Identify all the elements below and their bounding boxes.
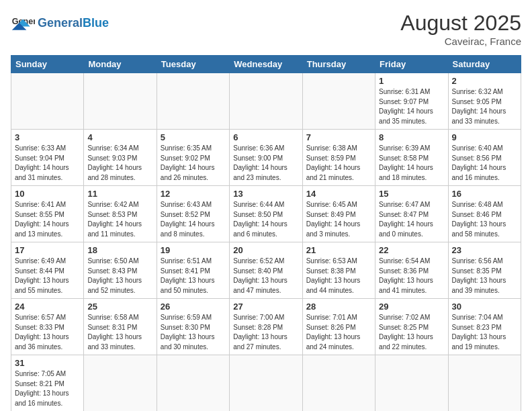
calendar-cell: 19Sunrise: 6:51 AM Sunset: 8:41 PM Dayli… — [157, 242, 229, 299]
header: General GeneralBlue August 2025 Caveirac… — [11, 11, 521, 47]
day-number: 10 — [15, 189, 80, 199]
day-header-thursday: Thursday — [302, 56, 375, 73]
calendar-week-1: 1Sunrise: 6:31 AM Sunset: 9:07 PM Daylig… — [11, 73, 521, 130]
calendar-cell — [448, 355, 521, 412]
day-info: Sunrise: 7:05 AM Sunset: 8:21 PM Dayligh… — [15, 369, 80, 408]
calendar-cell: 12Sunrise: 6:43 AM Sunset: 8:52 PM Dayli… — [157, 186, 229, 242]
logo-icon: General — [11, 11, 35, 35]
logo-text: GeneralBlue — [38, 17, 109, 29]
calendar-week-4: 17Sunrise: 6:49 AM Sunset: 8:44 PM Dayli… — [11, 242, 521, 299]
calendar-cell: 16Sunrise: 6:48 AM Sunset: 8:46 PM Dayli… — [448, 186, 521, 242]
calendar-cell: 8Sunrise: 6:39 AM Sunset: 8:58 PM Daylig… — [375, 130, 448, 186]
calendar-week-3: 10Sunrise: 6:41 AM Sunset: 8:55 PM Dayli… — [11, 186, 521, 242]
calendar-cell — [84, 355, 157, 412]
day-info: Sunrise: 6:52 AM Sunset: 8:40 PM Dayligh… — [233, 257, 298, 295]
day-number: 16 — [452, 189, 517, 199]
day-info: Sunrise: 6:32 AM Sunset: 9:05 PM Dayligh… — [452, 87, 517, 126]
calendar-cell: 20Sunrise: 6:52 AM Sunset: 8:40 PM Dayli… — [230, 242, 302, 299]
day-number: 7 — [306, 132, 371, 142]
calendar-cell: 2Sunrise: 6:32 AM Sunset: 9:05 PM Daylig… — [448, 73, 521, 130]
day-info: Sunrise: 6:40 AM Sunset: 8:56 PM Dayligh… — [452, 144, 517, 183]
day-number: 11 — [87, 189, 152, 199]
calendar-cell: 11Sunrise: 6:42 AM Sunset: 8:53 PM Dayli… — [84, 186, 157, 242]
day-header-sunday: Sunday — [11, 56, 84, 73]
day-number: 24 — [15, 302, 80, 312]
day-info: Sunrise: 6:47 AM Sunset: 8:47 PM Dayligh… — [379, 200, 444, 239]
day-header-monday: Monday — [84, 56, 157, 73]
day-info: Sunrise: 6:45 AM Sunset: 8:49 PM Dayligh… — [306, 200, 371, 239]
day-number: 23 — [452, 245, 517, 255]
calendar-cell: 13Sunrise: 6:44 AM Sunset: 8:50 PM Dayli… — [230, 186, 302, 242]
calendar-cell: 9Sunrise: 6:40 AM Sunset: 8:56 PM Daylig… — [448, 130, 521, 186]
day-info: Sunrise: 6:31 AM Sunset: 9:07 PM Dayligh… — [379, 87, 444, 126]
calendar-cell: 1Sunrise: 6:31 AM Sunset: 9:07 PM Daylig… — [375, 73, 448, 130]
calendar-cell: 7Sunrise: 6:38 AM Sunset: 8:59 PM Daylig… — [302, 130, 375, 186]
day-header-tuesday: Tuesday — [157, 56, 229, 73]
day-number: 25 — [87, 302, 152, 312]
calendar-cell: 23Sunrise: 6:56 AM Sunset: 8:35 PM Dayli… — [448, 242, 521, 299]
calendar-cell: 26Sunrise: 6:59 AM Sunset: 8:30 PM Dayli… — [157, 299, 229, 355]
day-info: Sunrise: 6:36 AM Sunset: 9:00 PM Dayligh… — [233, 144, 298, 183]
day-info: Sunrise: 6:39 AM Sunset: 8:58 PM Dayligh… — [379, 144, 444, 183]
day-number: 1 — [379, 76, 444, 86]
day-number: 12 — [161, 189, 226, 199]
day-info: Sunrise: 6:34 AM Sunset: 9:03 PM Dayligh… — [87, 144, 152, 183]
calendar-cell: 5Sunrise: 6:35 AM Sunset: 9:02 PM Daylig… — [157, 130, 229, 186]
day-number: 20 — [233, 245, 298, 255]
day-header-friday: Friday — [375, 56, 448, 73]
day-number: 22 — [379, 245, 444, 255]
day-number: 28 — [306, 302, 371, 312]
calendar-week-2: 3Sunrise: 6:33 AM Sunset: 9:04 PM Daylig… — [11, 130, 521, 186]
day-info: Sunrise: 6:35 AM Sunset: 9:02 PM Dayligh… — [161, 144, 226, 183]
day-info: Sunrise: 6:56 AM Sunset: 8:35 PM Dayligh… — [452, 257, 517, 295]
calendar-cell: 28Sunrise: 7:01 AM Sunset: 8:26 PM Dayli… — [302, 299, 375, 355]
day-number: 14 — [306, 189, 371, 199]
day-number: 29 — [379, 302, 444, 312]
day-info: Sunrise: 6:38 AM Sunset: 8:59 PM Dayligh… — [306, 144, 371, 183]
day-number: 17 — [15, 245, 80, 255]
calendar-cell: 21Sunrise: 6:53 AM Sunset: 8:38 PM Dayli… — [302, 242, 375, 299]
day-info: Sunrise: 6:49 AM Sunset: 8:44 PM Dayligh… — [15, 257, 80, 295]
day-info: Sunrise: 6:59 AM Sunset: 8:30 PM Dayligh… — [161, 313, 226, 352]
day-info: Sunrise: 7:02 AM Sunset: 8:25 PM Dayligh… — [379, 313, 444, 352]
calendar-cell — [302, 73, 375, 130]
logo: General GeneralBlue — [11, 11, 109, 35]
day-number: 30 — [452, 302, 517, 312]
calendar-cell: 25Sunrise: 6:58 AM Sunset: 8:31 PM Dayli… — [84, 299, 157, 355]
calendar-cell — [157, 73, 229, 130]
calendar-cell: 27Sunrise: 7:00 AM Sunset: 8:28 PM Dayli… — [230, 299, 302, 355]
calendar-cell — [157, 355, 229, 412]
day-number: 21 — [306, 245, 371, 255]
calendar-cell — [302, 355, 375, 412]
calendar-cell: 4Sunrise: 6:34 AM Sunset: 9:03 PM Daylig… — [84, 130, 157, 186]
day-header-wednesday: Wednesday — [230, 56, 302, 73]
calendar-cell: 15Sunrise: 6:47 AM Sunset: 8:47 PM Dayli… — [375, 186, 448, 242]
day-number: 18 — [87, 245, 152, 255]
day-number: 15 — [379, 189, 444, 199]
calendar-cell: 31Sunrise: 7:05 AM Sunset: 8:21 PM Dayli… — [11, 355, 84, 412]
day-info: Sunrise: 6:41 AM Sunset: 8:55 PM Dayligh… — [15, 200, 80, 239]
calendar-cell: 29Sunrise: 7:02 AM Sunset: 8:25 PM Dayli… — [375, 299, 448, 355]
calendar-cell — [230, 73, 302, 130]
day-number: 6 — [233, 132, 298, 142]
calendar-week-5: 24Sunrise: 6:57 AM Sunset: 8:33 PM Dayli… — [11, 299, 521, 355]
calendar-cell — [84, 73, 157, 130]
day-number: 5 — [161, 132, 226, 142]
day-info: Sunrise: 6:58 AM Sunset: 8:31 PM Dayligh… — [87, 313, 152, 352]
day-info: Sunrise: 6:48 AM Sunset: 8:46 PM Dayligh… — [452, 200, 517, 239]
calendar-cell — [375, 355, 448, 412]
month-year: August 2025 — [400, 11, 521, 36]
calendar-cell: 6Sunrise: 6:36 AM Sunset: 9:00 PM Daylig… — [230, 130, 302, 186]
calendar-cell — [11, 73, 84, 130]
day-info: Sunrise: 7:00 AM Sunset: 8:28 PM Dayligh… — [233, 313, 298, 352]
day-number: 2 — [452, 76, 517, 86]
calendar-cell: 10Sunrise: 6:41 AM Sunset: 8:55 PM Dayli… — [11, 186, 84, 242]
day-header-saturday: Saturday — [448, 56, 521, 73]
day-number: 8 — [379, 132, 444, 142]
day-info: Sunrise: 6:43 AM Sunset: 8:52 PM Dayligh… — [161, 200, 226, 239]
title-block: August 2025 Caveirac, France — [400, 11, 521, 47]
day-info: Sunrise: 7:01 AM Sunset: 8:26 PM Dayligh… — [306, 313, 371, 352]
calendar-cell: 18Sunrise: 6:50 AM Sunset: 8:43 PM Dayli… — [84, 242, 157, 299]
day-number: 19 — [161, 245, 226, 255]
day-number: 4 — [87, 132, 152, 142]
